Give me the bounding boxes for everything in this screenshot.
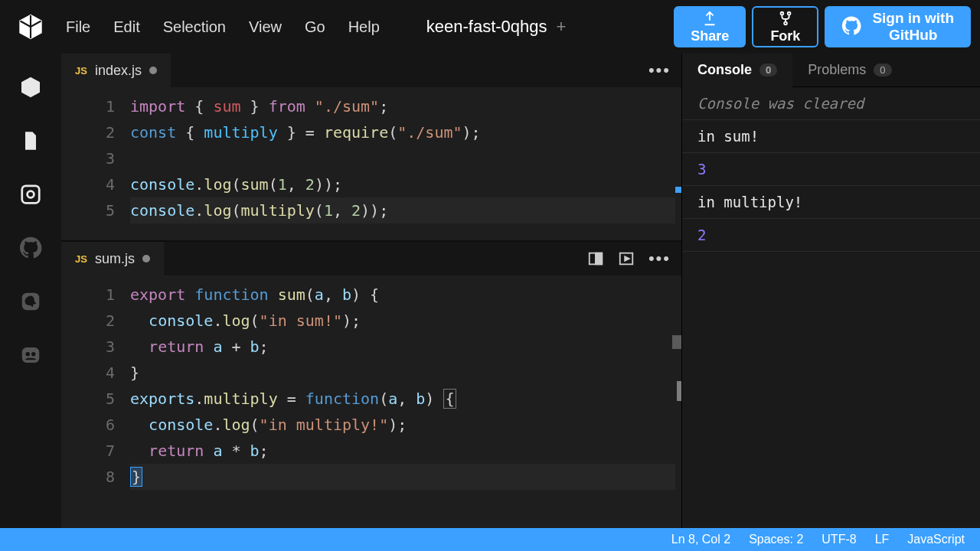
tab-filename: sum.js <box>95 251 135 267</box>
signin-github-label-1: Sign in with <box>872 10 954 27</box>
svg-point-4 <box>28 191 34 198</box>
more-actions-icon[interactable]: ••• <box>648 60 671 80</box>
signin-github-label-2: GitHub <box>872 27 954 44</box>
fork-icon <box>777 10 794 27</box>
signin-github-button[interactable]: Sign in with GitHub <box>825 6 971 47</box>
share-button-label: Share <box>691 28 729 44</box>
console-line: in multiply! <box>682 186 980 219</box>
status-indent[interactable]: Spaces: 2 <box>749 533 803 546</box>
github-icon <box>841 16 861 36</box>
github-nav-icon[interactable] <box>17 234 44 262</box>
code-editor[interactable]: 12345678export function sum(a, b) { cons… <box>61 276 681 528</box>
js-badge-icon: JS <box>75 253 87 265</box>
preview-icon[interactable] <box>618 250 635 267</box>
line-gutter: 12345678 <box>61 276 130 528</box>
devtools-panel: Console0Problems0 Console was clearedin … <box>681 54 980 528</box>
file-icon[interactable] <box>17 127 44 155</box>
status-language[interactable]: JavaScript <box>907 533 965 546</box>
console-line: 2 <box>682 219 980 252</box>
tab-filename: index.js <box>95 63 142 79</box>
count-badge: 0 <box>874 64 891 77</box>
status-eol[interactable]: LF <box>875 533 890 546</box>
menu-file[interactable]: File <box>66 18 90 36</box>
split-editor-icon[interactable] <box>587 250 604 267</box>
console-line: in sum! <box>682 120 980 153</box>
menu-go[interactable]: Go <box>305 18 325 36</box>
activity-bar <box>0 54 61 528</box>
console-line: 3 <box>682 153 980 186</box>
code-content[interactable]: import { sum } from "./sum";const { mult… <box>130 87 681 240</box>
menu-view[interactable]: View <box>249 18 282 36</box>
fork-button[interactable]: Fork <box>752 6 818 47</box>
editor-group: JSindex.js•••12345import { sum } from ".… <box>61 54 681 528</box>
project-name[interactable]: keen-fast-0qhgs <box>426 17 547 37</box>
editor-tab[interactable]: JSindex.js <box>61 54 171 87</box>
console-output[interactable]: Console was clearedin sum!3in multiply!2 <box>682 87 980 528</box>
tab-actions: ••• <box>587 249 671 269</box>
share-icon <box>701 10 718 27</box>
more-actions-icon[interactable]: ••• <box>648 249 671 269</box>
menu-selection[interactable]: Selection <box>163 18 226 36</box>
settings-icon[interactable] <box>17 181 44 208</box>
add-tab-icon[interactable]: + <box>557 17 567 37</box>
svg-point-7 <box>26 352 31 357</box>
menu-edit[interactable]: Edit <box>113 18 139 36</box>
status-bar: Ln 8, Col 2 Spaces: 2 UTF-8 LF JavaScrip… <box>0 528 980 551</box>
fork-button-label: Fork <box>770 28 800 44</box>
deploy-icon[interactable] <box>17 288 44 315</box>
live-icon[interactable] <box>17 341 44 369</box>
svg-rect-6 <box>22 347 40 363</box>
sandbox-icon[interactable] <box>17 73 44 101</box>
editor-tabbar: JSindex.js••• <box>61 54 681 87</box>
project-name-area: keen-fast-0qhgs + <box>325 17 668 37</box>
top-bar: File Edit Selection View Go Help keen-fa… <box>0 0 980 54</box>
devtools-tab-problems[interactable]: Problems0 <box>792 54 906 87</box>
share-button[interactable]: Share <box>674 6 746 47</box>
svg-rect-3 <box>22 186 40 204</box>
tab-label: Console <box>697 62 752 78</box>
editor-tab[interactable]: JSsum.js <box>61 242 164 276</box>
code-editor[interactable]: 12345import { sum } from "./sum";const {… <box>61 87 681 240</box>
tab-actions: ••• <box>648 60 671 80</box>
editor-tabbar: JSsum.js••• <box>61 242 681 276</box>
svg-point-8 <box>31 352 36 357</box>
count-badge: 0 <box>760 64 777 77</box>
unsaved-dot-icon <box>149 67 157 74</box>
code-content[interactable]: export function sum(a, b) { console.log(… <box>130 276 681 528</box>
tab-label: Problems <box>808 62 866 78</box>
console-line: Console was cleared <box>682 87 980 120</box>
logo-icon[interactable] <box>9 13 52 41</box>
js-badge-icon: JS <box>75 65 87 77</box>
status-cursor-pos[interactable]: Ln 8, Col 2 <box>671 533 730 546</box>
svg-point-1 <box>788 11 791 15</box>
devtools-tabs: Console0Problems0 <box>682 54 980 87</box>
status-encoding[interactable]: UTF-8 <box>822 533 856 546</box>
line-gutter: 12345 <box>61 87 130 240</box>
svg-rect-11 <box>596 253 602 265</box>
svg-point-0 <box>780 11 783 15</box>
svg-point-2 <box>784 21 787 24</box>
unsaved-dot-icon <box>142 255 150 262</box>
devtools-tab-console[interactable]: Console0 <box>682 54 792 87</box>
